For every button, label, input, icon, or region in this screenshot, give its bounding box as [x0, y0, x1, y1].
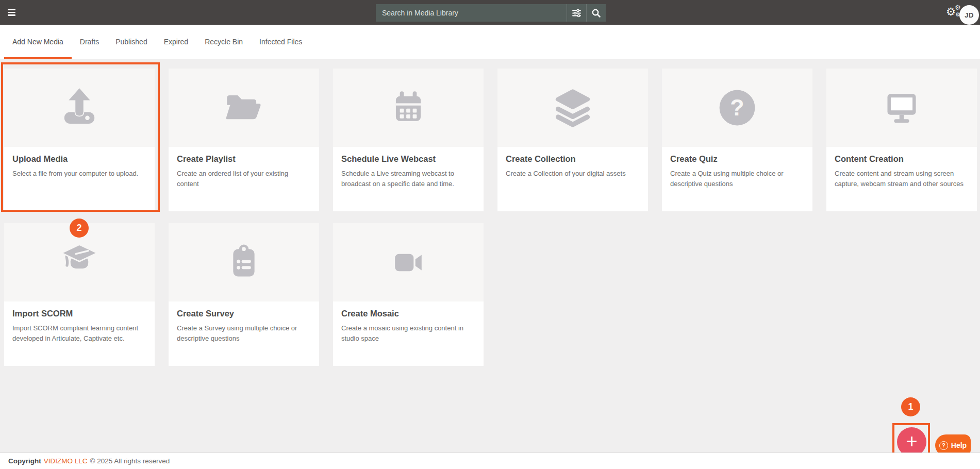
card-title: Create Mosaic — [341, 309, 475, 319]
card-description: Schedule a Live streaming webcast to bro… — [341, 169, 475, 189]
tab-label: Recycle Bin — [205, 38, 243, 46]
card-icon-area — [169, 69, 319, 147]
question-circle-icon — [715, 86, 759, 130]
card-description: Create a mosaic using existing content i… — [341, 323, 475, 343]
help-label: Help — [951, 441, 967, 449]
tab-label: Published — [115, 38, 147, 46]
folder-open-icon — [222, 86, 266, 130]
card-title: Upload Media — [12, 154, 146, 164]
card-create-quiz[interactable]: Create Quiz Create a Quiz using multiple… — [662, 69, 812, 211]
card-icon-area — [4, 69, 155, 147]
hamburger-menu-icon[interactable] — [8, 9, 15, 16]
card-title: Create Collection — [506, 154, 640, 164]
search-input[interactable] — [376, 4, 567, 22]
card-title: Content Creation — [835, 154, 969, 164]
card-body: Schedule Live Webcast Schedule a Live st… — [333, 147, 484, 196]
tab-bar: Add New Media Drafts Published Expired R… — [0, 25, 980, 59]
card-create-collection[interactable]: Create Collection Create a Collection of… — [497, 69, 648, 211]
monitor-icon — [879, 86, 924, 130]
card-body: Content Creation Create content and stre… — [826, 147, 977, 196]
card-description: Create a Survey using multiple choice or… — [177, 323, 311, 343]
card-icon-area — [826, 69, 977, 147]
card-description: Import SCORM compliant learning content … — [12, 323, 146, 343]
card-description: Create a Quiz using multiple choice or d… — [670, 169, 804, 189]
card-body: Upload Media Select a file from your com… — [4, 147, 155, 186]
card-icon-area — [497, 69, 648, 147]
tab-label: Add New Media — [12, 38, 63, 46]
card-description: Create content and stream using screen c… — [835, 169, 969, 189]
tab-label: Drafts — [80, 38, 99, 46]
clipboard-icon — [222, 240, 266, 284]
card-title: Create Playlist — [177, 154, 311, 164]
tab-drafts[interactable]: Drafts — [72, 25, 107, 59]
card-create-mosaic[interactable]: Create Mosaic Create a mosaic using exis… — [333, 223, 484, 366]
card-body: Create Quiz Create a Quiz using multiple… — [662, 147, 812, 196]
card-create-survey[interactable]: Create Survey Create a Survey using mult… — [169, 223, 319, 366]
footer: Copyright VIDIZMO LLC © 2025 All rights … — [0, 453, 980, 469]
search-button[interactable] — [586, 4, 606, 22]
calendar-icon — [386, 86, 430, 130]
card-body: Create Survey Create a Survey using mult… — [169, 301, 319, 350]
card-body: Create Playlist Create an ordered list o… — [169, 147, 319, 196]
copyright-label: Copyright — [8, 457, 41, 465]
rights-text: © 2025 All rights reserved — [90, 457, 170, 465]
card-title: Schedule Live Webcast — [341, 154, 475, 164]
tab-add-new-media[interactable]: Add New Media — [4, 25, 72, 59]
card-import-scorm[interactable]: Import SCORM Import SCORM compliant lear… — [4, 223, 155, 366]
tab-expired[interactable]: Expired — [156, 25, 196, 59]
card-icon-area — [169, 223, 319, 301]
company-link[interactable]: VIDIZMO LLC — [44, 457, 88, 465]
card-schedule-live-webcast[interactable]: Schedule Live Webcast Schedule a Live st… — [333, 69, 484, 211]
gear-icon: ⚙ — [946, 6, 956, 17]
tab-recycle-bin[interactable]: Recycle Bin — [196, 25, 251, 59]
video-camera-icon — [386, 240, 430, 284]
card-description: Select a file from your computer to uplo… — [12, 169, 146, 179]
card-title: Create Survey — [177, 309, 311, 319]
search-icon — [591, 8, 601, 18]
filter-sliders-icon — [572, 8, 582, 18]
layers-icon — [551, 86, 595, 130]
search-box — [376, 4, 606, 22]
card-icon-area — [662, 69, 812, 147]
media-library-page: ⚙ ⚙ ⚙ JD Add New Media Drafts Published … — [0, 0, 980, 469]
graduation-cap-icon — [57, 240, 102, 284]
tab-infected-files[interactable]: Infected Files — [251, 25, 310, 59]
card-body: Create Collection Create a Collection of… — [497, 147, 648, 186]
card-description: Create a Collection of your digital asse… — [506, 169, 640, 179]
card-icon-area — [333, 69, 484, 147]
tab-published[interactable]: Published — [107, 25, 156, 59]
question-circle-icon: ? — [939, 441, 948, 450]
gear-icon: ⚙ — [955, 4, 961, 11]
card-create-playlist[interactable]: Create Playlist Create an ordered list o… — [169, 69, 319, 211]
card-title: Import SCORM — [12, 309, 146, 319]
card-title: Create Quiz — [670, 154, 804, 164]
card-content-creation[interactable]: Content Creation Create content and stre… — [826, 69, 977, 211]
top-app-bar: ⚙ ⚙ ⚙ JD — [0, 0, 980, 25]
card-icon-area — [333, 223, 484, 301]
annotation-step-2-badge: 2 — [70, 219, 89, 238]
card-upload-media[interactable]: Upload Media Select a file from your com… — [4, 69, 155, 211]
tab-label: Infected Files — [259, 38, 302, 46]
card-body: Import SCORM Import SCORM compliant lear… — [4, 301, 155, 350]
filter-button[interactable] — [567, 4, 586, 22]
user-avatar[interactable]: JD — [959, 5, 979, 25]
annotation-step-1-badge: 1 — [901, 397, 920, 416]
tab-label: Expired — [164, 38, 188, 46]
card-description: Create an ordered list of your existing … — [177, 169, 311, 189]
upload-icon — [57, 86, 102, 130]
card-body: Create Mosaic Create a mosaic using exis… — [333, 301, 484, 350]
card-grid: Upload Media Select a file from your com… — [4, 69, 980, 378]
